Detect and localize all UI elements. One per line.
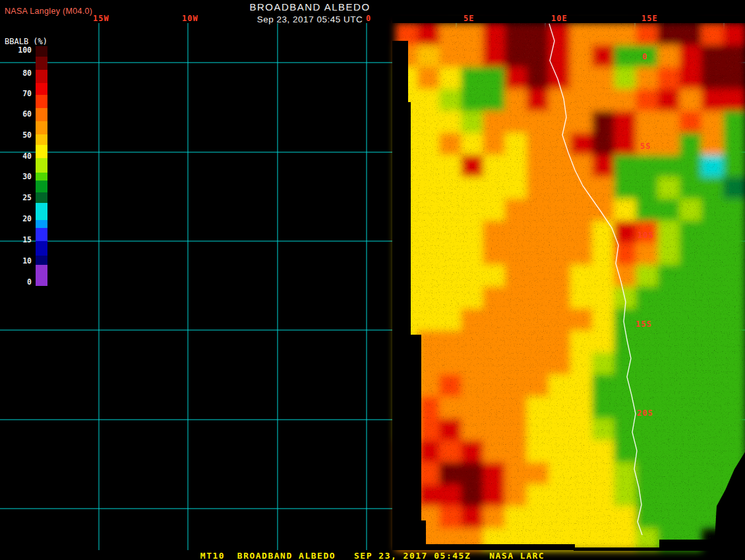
legend-tick-label: 0 [3, 277, 32, 287]
footer-caption: MT10 BROADBAND ALBEDO SEP 23, 2017 05:45… [0, 551, 745, 560]
legend-color-segment [36, 158, 47, 173]
legend-color-segment [36, 108, 47, 121]
legend-color-segment [36, 83, 47, 95]
legend-tick-label: 50 [3, 130, 32, 140]
legend-color-segment [36, 173, 47, 181]
longitude-label: 15E [641, 14, 658, 23]
legend-tick-label: 20 [3, 214, 32, 223]
legend-tick-label: 70 [3, 89, 32, 98]
longitude-label: 15W [93, 14, 109, 23]
legend-color-segment [36, 228, 47, 241]
latitude-label: 5S [640, 142, 651, 151]
longitude-label: 10E [551, 14, 568, 23]
timestamp-subtitle: Sep 23, 2017 05:45 UTC [178, 14, 442, 24]
legend-tick-label: 15 [3, 235, 32, 244]
legend-color-segment [36, 241, 47, 256]
legend-tick-label: 30 [3, 172, 32, 181]
legend-color-segment [36, 57, 47, 70]
legend-color-segment [36, 70, 47, 83]
longitude-label: 0 [366, 14, 371, 23]
longitude-label: 5E [463, 14, 474, 23]
legend-tick-label: 10 [3, 256, 32, 266]
latitude-label: 10S [638, 231, 654, 240]
legend-color-segment [36, 192, 47, 203]
legend-color-segment [36, 121, 47, 134]
label-layer: NASA Langley (M04.0) BROADBAND ALBEDO Se… [0, 0, 745, 560]
legend-title: BBALB (%) [5, 37, 47, 46]
legend-color-segment [36, 181, 47, 192]
legend-color-segment [36, 134, 47, 145]
legend-color-segment [36, 220, 47, 228]
screen-background: NASA Langley (M04.0) BROADBAND ALBEDO Se… [0, 0, 745, 560]
legend-color-segment [36, 256, 47, 265]
nasa-credit-label: NASA Langley (M04.0) [5, 7, 92, 16]
legend-tick-label: 40 [3, 152, 32, 161]
legend-tick-label: 80 [3, 69, 32, 78]
legend-tick-label: 60 [3, 109, 32, 119]
legend-color-segment [36, 203, 47, 220]
legend-tick-label: 100 [3, 45, 32, 55]
page-title: BROADBAND ALBEDO [178, 1, 442, 13]
latitude-label: 0 [642, 53, 647, 61]
longitude-label: 10W [182, 14, 198, 23]
legend-color-segment [36, 265, 47, 286]
legend-color-segment [36, 95, 47, 108]
latitude-label: 15S [636, 320, 652, 329]
header-titles: BROADBAND ALBEDO Sep 23, 2017 05:45 UTC [178, 1, 442, 24]
latitude-label: 20S [637, 409, 653, 418]
legend-color-segment [36, 145, 47, 158]
legend-color-segment [36, 46, 47, 57]
legend-colorbar [36, 46, 47, 286]
legend-tick-label: 25 [3, 193, 32, 202]
